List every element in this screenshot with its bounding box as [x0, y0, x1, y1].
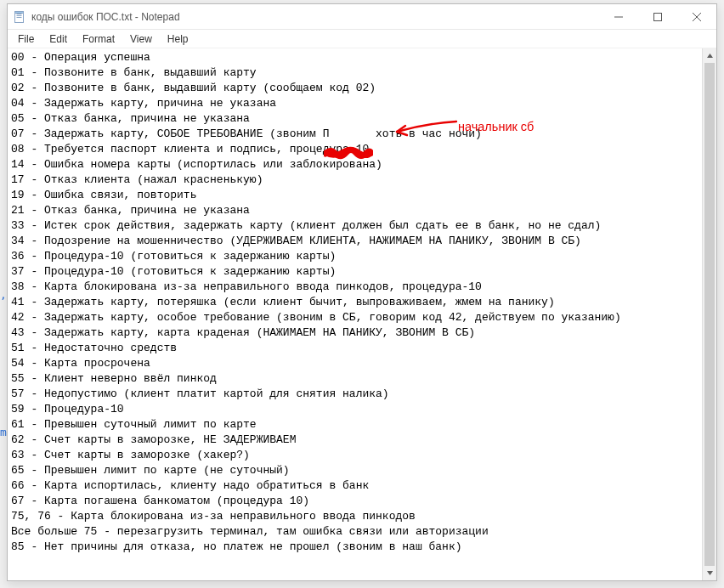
background-artifact: m	[0, 425, 7, 440]
scrollbar-thumb[interactable]	[704, 63, 715, 566]
menu-view[interactable]: View	[123, 31, 159, 47]
close-button[interactable]	[677, 4, 716, 29]
scroll-up-icon[interactable]	[703, 48, 716, 63]
client-area: 00 - Операция успешна 01 - Позвоните в б…	[8, 48, 716, 580]
maximize-button[interactable]	[638, 4, 677, 29]
svg-rect-4	[15, 11, 24, 13]
menu-file[interactable]: File	[11, 31, 41, 47]
text-editor[interactable]: 00 - Операция успешна 01 - Позвоните в б…	[8, 48, 702, 580]
menubar: File Edit Format View Help	[8, 30, 716, 48]
vertical-scrollbar[interactable]	[702, 48, 716, 580]
menu-help[interactable]: Help	[161, 31, 195, 47]
minimize-button[interactable]	[599, 4, 638, 29]
background-artifact: ,	[0, 287, 7, 302]
scrollbar-track[interactable]	[703, 63, 716, 566]
notepad-window: коды ошибок ПОС.txt - Notepad File Edit …	[7, 3, 717, 581]
menu-format[interactable]: Format	[76, 31, 122, 47]
scroll-down-icon[interactable]	[703, 566, 716, 580]
notepad-icon	[13, 10, 26, 24]
titlebar[interactable]: коды ошибок ПОС.txt - Notepad	[8, 4, 716, 30]
window-title: коды ошибок ПОС.txt - Notepad	[31, 11, 180, 23]
svg-rect-6	[654, 13, 662, 20]
menu-edit[interactable]: Edit	[42, 31, 74, 47]
